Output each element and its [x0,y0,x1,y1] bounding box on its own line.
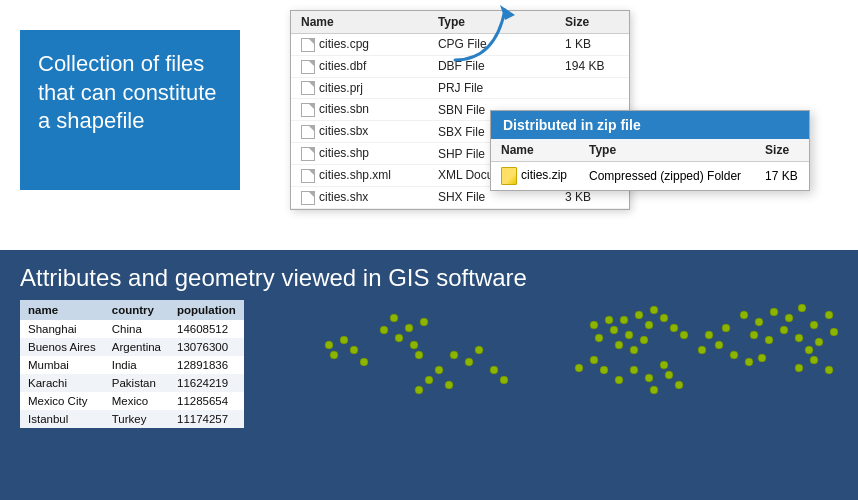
file-size-cell: 194 KB [555,55,629,77]
svg-point-38 [615,376,623,384]
svg-point-36 [645,374,653,382]
attr-name-cell: Mexico City [20,392,104,410]
file-size-cell [555,77,629,99]
file-name-cell: cities.sbn [291,99,428,121]
label-line1: Collection of files [38,51,204,76]
svg-point-50 [425,376,433,384]
svg-point-54 [825,366,833,374]
svg-point-59 [730,351,738,359]
svg-point-33 [698,346,706,354]
attr-col-header: population [169,300,244,320]
file-name-cell: cities.sbx [291,121,428,143]
attr-col-header: name [20,300,104,320]
attr-name-cell: Mumbai [20,356,104,374]
svg-point-64 [575,364,583,372]
file-type-cell: PRJ File [428,77,555,99]
attr-country-cell: India [104,356,169,374]
svg-point-62 [590,356,598,364]
svg-point-39 [675,381,683,389]
svg-point-10 [650,306,658,314]
svg-point-48 [415,351,423,359]
svg-point-4 [610,326,618,334]
svg-point-24 [765,336,773,344]
svg-point-7 [605,316,613,324]
svg-point-65 [450,351,458,359]
bottom-content: namecountrypopulation ShanghaiChina14608… [0,300,858,500]
bottom-title: Attributes and geometry viewed in GIS so… [0,250,858,300]
svg-point-60 [745,358,753,366]
svg-point-45 [410,341,418,349]
svg-point-42 [390,314,398,322]
svg-point-3 [645,321,653,329]
attr-population-cell: 13076300 [169,338,244,356]
top-section: Collection of files that can constitute … [0,0,858,250]
svg-point-41 [665,371,673,379]
file-size-cell: 1 KB [555,34,629,56]
zip-col-size: Size [755,139,809,162]
svg-point-74 [350,346,358,354]
svg-point-5 [625,331,633,339]
attr-country-cell: Mexico [104,392,169,410]
svg-point-11 [615,341,623,349]
svg-point-32 [715,341,723,349]
table-row: cities.prj PRJ File [291,77,629,99]
label-line2: that can constitute [38,80,217,105]
file-name-cell: cities.prj [291,77,428,99]
file-name-cell: cities.dbf [291,55,428,77]
svg-point-67 [475,346,483,354]
svg-point-18 [770,308,778,316]
svg-point-23 [750,331,758,339]
map-area [254,300,838,490]
svg-point-31 [705,331,713,339]
svg-point-73 [340,336,348,344]
svg-point-19 [785,314,793,322]
attr-name-cell: Istanbul [20,410,104,428]
svg-point-27 [815,338,823,346]
attr-country-cell: China [104,320,169,338]
attr-col-header: country [104,300,169,320]
svg-point-26 [795,334,803,342]
svg-point-28 [830,328,838,336]
attr-table-row: ShanghaiChina14608512 [20,320,244,338]
collection-label-box: Collection of files that can constitute … [20,30,240,190]
attr-table-row: MumbaiIndia12891836 [20,356,244,374]
bottom-section: Attributes and geometry viewed in GIS so… [0,250,858,500]
svg-point-68 [490,366,498,374]
svg-point-61 [758,354,766,362]
svg-point-17 [755,318,763,326]
svg-point-14 [590,321,598,329]
svg-point-6 [640,336,648,344]
svg-point-35 [630,366,638,374]
svg-point-52 [415,386,423,394]
col-name: Name [291,11,428,34]
file-name-cell: cities.shp.xml [291,164,428,186]
attributes-table: namecountrypopulation ShanghaiChina14608… [20,300,244,428]
svg-point-21 [810,321,818,329]
svg-point-30 [805,346,813,354]
attr-name-cell: Shanghai [20,320,104,338]
svg-point-46 [380,326,388,334]
zip-window-header: Distributed in zip file [491,111,809,139]
svg-point-77 [325,341,333,349]
attr-population-cell: 12891836 [169,356,244,374]
svg-point-8 [660,314,668,322]
attr-table-row: Mexico CityMexico11285654 [20,392,244,410]
svg-point-47 [420,318,428,326]
zip-type-cell: Compressed (zipped) Folder [579,162,755,191]
svg-point-43 [405,324,413,332]
zip-size-cell: 17 KB [755,162,809,191]
svg-point-69 [500,376,508,384]
zip-table-row: cities.zip Compressed (zipped) Folder 17… [491,162,809,191]
svg-point-75 [330,351,338,359]
svg-point-40 [650,386,658,394]
zip-name-cell: cities.zip [491,162,579,191]
zip-col-type: Type [579,139,755,162]
zip-col-name: Name [491,139,579,162]
attr-table-row: IstanbulTurkey11174257 [20,410,244,428]
attr-name-cell: Buenos Aires [20,338,104,356]
svg-point-12 [630,346,638,354]
attr-table-row: KarachiPakistan11624219 [20,374,244,392]
col-size: Size [555,11,629,34]
attr-country-cell: Pakistan [104,374,169,392]
svg-point-53 [810,356,818,364]
